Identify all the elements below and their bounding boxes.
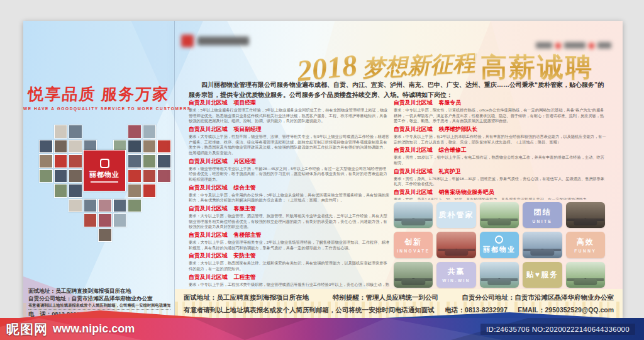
job-region: 自贡及川北区域	[189, 184, 228, 191]
job-header: 自贡及川北区域安防主管	[189, 252, 390, 260]
stock-preview-stage: 悦享品质 服务万家 WE HAVE A GOODQUALITY SERVICE …	[0, 0, 644, 340]
job-region: 自贡及川北区域	[394, 147, 433, 153]
culture-photo	[394, 262, 433, 288]
value-label-tile: 高效FUNNY	[566, 232, 605, 258]
value-label-tile: 创新INNOVATE	[394, 232, 433, 258]
job-region: 自贡及川北区域	[189, 252, 228, 259]
job-header: 自贡及川北区域项目经理	[189, 99, 390, 107]
cover-apply-note: 有意者请到以上地址填表报名或发个人简历到邮箱，公司将统一安排时间电话通知面试	[28, 303, 170, 310]
tile-label: 丽都物业	[483, 245, 516, 254]
job-requirements: 要求：大专以上学历，熟悉国家有关法律、法规和保安的有关知识，具有较强的管理能力，…	[189, 261, 390, 271]
job-entry: 自贡及川北区域秩序维护部队长要求：中专及以上学历，有2年以上的本职工作经验，具有…	[394, 126, 608, 145]
job-title: 售楼部主管	[234, 232, 262, 238]
tile-label: 共赢	[448, 266, 465, 277]
job-requirements: 要求：大专或以上学历，性别不限，物业管理、法律、管理等相关专业，有5年以上物业公…	[189, 134, 390, 156]
collage-photo	[84, 213, 97, 227]
tile-label-en: INNOVATE	[397, 249, 430, 253]
collage-photo	[69, 154, 82, 168]
collage-photo	[84, 199, 97, 213]
job-header: 自贡及川北区域售楼部主管	[189, 232, 390, 239]
tile-label: 创新	[404, 237, 422, 247]
collage-photo	[157, 169, 171, 183]
job-title: 秩序维护部队长	[439, 126, 478, 132]
value-label-tile: 共赢WIN-WIN	[436, 262, 475, 288]
tile-label: 质朴管家	[439, 210, 474, 220]
collage-photo	[143, 169, 157, 183]
job-region: 自贡及川北区域	[189, 126, 228, 132]
collage-photo	[54, 154, 68, 168]
job-region: 自贡及川北区域	[189, 99, 228, 106]
collage-photo	[69, 169, 82, 183]
footer-item: 特别提醒：管理人员应聘统一到公司	[333, 293, 438, 302]
footer-row-2: 有意者请到以上地址填表报名或发个人简历到邮箱，公司将统一安排时间电话通知面试电话…	[175, 306, 623, 315]
collage-photo	[113, 213, 127, 227]
job-region: 自贡及川北区域	[394, 126, 433, 132]
company-intro: 四川丽都物业管理有限公司服务物业遍布成都、自贡、内江、宜宾、泸州、南充、巴中、广…	[189, 80, 609, 99]
nipic-site-url: www.nipic.com	[53, 322, 135, 336]
job-entry: 自贡及川北区域项目副经理要求：大专或以上学历，性别不限，物业管理、法律、管理等相…	[189, 126, 390, 156]
collage-photo	[143, 140, 157, 154]
job-region: 自贡及川北区域	[189, 232, 228, 238]
job-title: 客服主管	[234, 205, 256, 212]
job-requirements: 要求：大专以上学历，物业管理、酒店管理、旅游管理、民航等相关专业毕业者优先，三年…	[189, 213, 390, 230]
collage-photo	[157, 154, 171, 168]
collage-photo	[128, 140, 142, 154]
value-label-tile: 贴♥服务	[523, 262, 562, 288]
cover-slogan-en: WE HAVE A GOODQUALITY SERVICE TO MORE CU…	[23, 106, 174, 111]
heart-center-logo-tile: 丽都物业	[83, 150, 126, 191]
heart-photo-collage: 丽都物业	[39, 125, 172, 251]
job-header: 自贡及川北区域秩序维护部队长	[394, 126, 608, 133]
watermark-band: 昵图网 www.nipic.com ID:24635706 NO:2020022…	[0, 318, 644, 340]
tile-label: 贴♥服务	[526, 269, 558, 280]
job-header: 自贡及川北区域综合维修工	[394, 147, 608, 154]
collage-photo	[39, 154, 53, 168]
job-requirements: 要求：男性，身高、1.75米以上，年龄18—30岁，思维正派，形象气质佳，责任心…	[394, 176, 608, 187]
job-entry: 自贡及川北区域综合维修工要求：男性，55岁以下，初中以上学历，有电工操作证，熟悉…	[394, 147, 608, 166]
job-title: 客服专员	[439, 99, 461, 106]
collage-photo	[157, 140, 171, 154]
culture-photo-grid: 质朴管家团结UNITE创新INNOVATE丽都物业高效FUNNY共赢WIN-WI…	[394, 202, 605, 288]
poster-headline: 2018 梦想新征程 高薪诚聘	[269, 37, 621, 85]
footer-item: 自贡分公司地址：自贡市沿滩区晶泽华府物业办公室	[462, 293, 614, 302]
culture-photo	[436, 232, 475, 258]
job-header: 自贡及川北区域综合主管	[189, 184, 390, 192]
job-entry: 自贡及川北区域工程主管要求：中专以上学历，工程技术类中级职称，物业管理或酒店等服…	[189, 274, 390, 286]
collage-photo	[54, 140, 68, 154]
collage-photo	[113, 199, 127, 213]
job-header: 自贡及川北区域客服主管	[189, 205, 390, 213]
job-requirements: 要求：中专及以上学历，有2年以上的本职工作经验，具有丰富的社会经验和较强的语言表…	[394, 134, 608, 145]
culture-photo	[480, 202, 519, 228]
culture-photo	[394, 202, 433, 228]
job-region: 自贡及川北区域	[394, 189, 433, 195]
job-entry: 自贡及川北区域安防主管要求：大专以上学历，熟悉国家有关法律、法规和保安的有关知识…	[189, 252, 390, 271]
collage-photo	[128, 125, 142, 139]
job-entry: 自贡及川北区域片区经理要求：物业管理等相关专业以上学历，年龄28—45岁之间，5…	[189, 158, 390, 183]
culture-photo	[523, 232, 562, 258]
tile-label-en: UNITE	[532, 219, 552, 224]
logo-text-blur	[197, 37, 249, 45]
job-requirements: 要求：中专以上学历，限女性，计算机操作熟练，office办公软件使用熟练，有一定…	[394, 108, 608, 124]
job-region: 自贡及川北区域	[189, 274, 228, 280]
collage-photo	[69, 184, 82, 198]
value-label-tile: 质朴管家	[436, 202, 475, 228]
collage-photo	[128, 199, 142, 213]
logo-mark-icon	[181, 35, 194, 47]
tile-label: 团结	[533, 207, 551, 218]
job-entry: 自贡及川北区域项目经理要求：5年以上物业服务行业管理工作经验，3年以上物业服务企…	[189, 99, 390, 124]
lidu-logo-icon	[100, 159, 109, 168]
collage-photo	[39, 140, 53, 154]
cover-branch-address: 自贡分公司地址：自贡市沿滩区晶泽华府物业办公室	[28, 295, 170, 303]
tile-label-en: WIN-WIN	[442, 278, 470, 283]
collage-photo	[143, 125, 157, 139]
job-header: 自贡及川北区域工程主管	[189, 274, 390, 281]
collage-photo	[98, 229, 112, 242]
job-header: 自贡及川北区域项目副经理	[189, 126, 390, 133]
job-requirements: 要求：女性，身高1.6米以上，20—30岁，具有较强的亲和力，具备服务意识和服从…	[394, 197, 608, 200]
footer-item: EMAIL：2950352529@QQ.com	[518, 306, 614, 315]
tile-label: 高效	[577, 237, 594, 247]
job-region: 自贡及川北区域	[189, 158, 228, 164]
job-title: 销售案场物业服务吧员	[439, 189, 494, 195]
job-entry: 自贡及川北区域售楼部主管要求：大专以上学历，物业管理等相关专业，2年以上物业售场…	[189, 232, 390, 251]
job-title: 片区经理	[234, 158, 256, 164]
job-title: 礼宾护卫	[439, 168, 461, 174]
